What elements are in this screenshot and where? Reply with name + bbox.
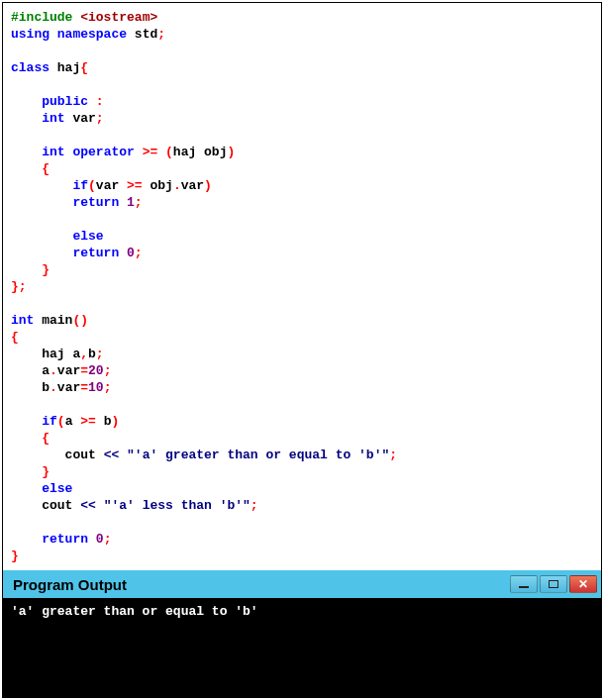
code-line: } — [11, 548, 593, 564]
code-line — [11, 396, 593, 413]
code-token: 20 — [88, 363, 104, 378]
maximize-icon — [549, 580, 558, 588]
code-token: } — [11, 549, 19, 563]
code-token: std — [135, 27, 157, 42]
code-token: a — [11, 363, 50, 378]
code-line: using namespace std; — [11, 26, 593, 43]
code-token: << — [80, 498, 103, 513]
code-line: if(a >= b) — [11, 413, 593, 430]
code-line: return 0; — [11, 245, 593, 261]
code-token: . — [50, 380, 57, 395]
code-token: >= — [80, 414, 96, 429]
code-token: b — [88, 347, 96, 361]
code-token: 0 — [127, 246, 135, 260]
code-token: cout — [11, 448, 104, 462]
code-token: haj obj — [173, 145, 228, 159]
code-token: ; — [135, 195, 143, 210]
code-token: << — [104, 448, 127, 462]
code-token: >= ( — [143, 145, 173, 159]
code-line: { — [11, 430, 593, 447]
code-token: : — [96, 94, 104, 109]
code-token: { — [80, 60, 88, 75]
code-line: return 1; — [11, 194, 593, 211]
code-line: int main() — [11, 312, 593, 329]
code-token: a — [65, 414, 81, 429]
maximize-button[interactable] — [540, 575, 567, 593]
code-token: , — [80, 347, 88, 361]
code-token: ; — [157, 27, 165, 42]
code-line: if(var >= obj.var) — [11, 177, 593, 194]
code-line: } — [11, 463, 593, 480]
code-line: b.var=10; — [11, 379, 593, 396]
code-line: cout << "'a' less than 'b'"; — [11, 497, 593, 514]
minimize-button[interactable] — [510, 575, 538, 593]
code-token: using namespace — [11, 27, 135, 42]
code-token: ; — [104, 363, 112, 378]
output-body: 'a' greater than or equal to 'b' — [3, 598, 601, 697]
code-token: haj — [57, 60, 80, 75]
code-line: cout << "'a' greater than or equal to 'b… — [11, 447, 593, 463]
code-line — [11, 43, 593, 59]
code-line: #include <iostream> — [11, 9, 593, 26]
code-token: ( — [88, 178, 96, 193]
code-token: ; — [104, 380, 112, 395]
code-line: }; — [11, 278, 593, 295]
code-token: } — [11, 262, 50, 277]
code-line: public : — [11, 93, 593, 110]
code-token: () — [72, 313, 88, 328]
code-token: . — [173, 178, 181, 193]
minimize-icon — [519, 586, 529, 588]
code-token: obj — [143, 178, 173, 193]
window: #include <iostream>using namespace std; … — [2, 2, 602, 698]
code-token: ) — [111, 414, 119, 429]
close-icon: ✕ — [578, 577, 588, 591]
code-line: { — [11, 329, 593, 346]
code-line: int var; — [11, 110, 593, 127]
code-token: { — [11, 161, 50, 176]
window-controls: ✕ — [510, 575, 597, 593]
code-token: var — [181, 178, 204, 193]
code-token: = — [80, 380, 88, 395]
code-token: else — [11, 229, 104, 244]
code-token: public — [11, 94, 96, 109]
code-token: { — [11, 330, 19, 345]
code-token: var — [72, 111, 95, 126]
code-line: a.var=20; — [11, 362, 593, 379]
code-line — [11, 127, 593, 144]
output-title: Program Output — [13, 576, 510, 593]
code-token: var — [96, 178, 127, 193]
code-line: int operator >= (haj obj) — [11, 144, 593, 160]
code-token: ; — [96, 111, 104, 126]
code-line — [11, 514, 593, 531]
code-token: int — [11, 111, 72, 126]
code-token: . — [50, 363, 57, 378]
code-token: ; — [96, 347, 104, 361]
code-line — [11, 76, 593, 93]
code-line: haj a,b; — [11, 346, 593, 362]
code-token: if — [11, 414, 57, 429]
code-token: "'a' less than 'b'" — [104, 498, 251, 513]
code-line: { — [11, 160, 593, 177]
code-token: b — [11, 380, 50, 395]
code-token: }; — [11, 279, 27, 294]
code-token: <iostream> — [80, 10, 157, 25]
code-editor[interactable]: #include <iostream>using namespace std; … — [3, 3, 601, 570]
code-line: return 0; — [11, 531, 593, 548]
code-token: "'a' greater than or equal to 'b'" — [127, 448, 389, 462]
code-token: 1 — [127, 195, 135, 210]
code-token: return — [11, 532, 96, 547]
code-line: } — [11, 261, 593, 278]
code-token: { — [11, 431, 50, 446]
code-token: ) — [204, 178, 212, 193]
code-token: 10 — [88, 380, 104, 395]
code-line — [11, 295, 593, 312]
close-button[interactable]: ✕ — [569, 575, 597, 593]
code-token: return — [11, 195, 127, 210]
code-token: ) — [227, 145, 235, 159]
code-token: ; — [135, 246, 143, 260]
code-token: var — [57, 363, 80, 378]
code-token: return — [11, 246, 127, 260]
code-token: int — [11, 313, 42, 328]
code-line: else — [11, 480, 593, 497]
code-token: haj a — [11, 347, 80, 361]
